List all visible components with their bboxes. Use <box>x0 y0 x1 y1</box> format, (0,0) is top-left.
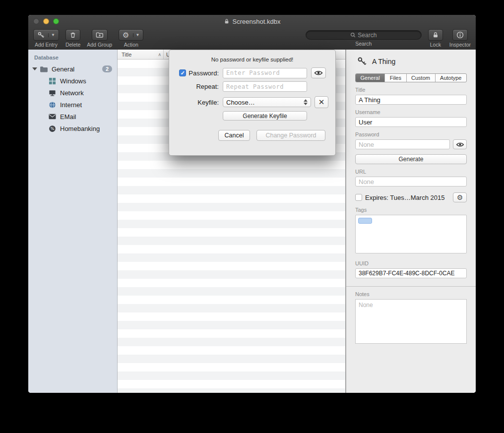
keyfile-dropdown[interactable]: Choose… <box>223 97 311 107</box>
action-button[interactable]: ⚙ ▼ <box>119 29 143 41</box>
expires-checkbox[interactable] <box>355 194 362 201</box>
tag-token[interactable] <box>358 218 372 224</box>
enter-password-field[interactable] <box>223 68 307 78</box>
keyfile-label-group: Keyfile: <box>169 99 219 106</box>
toolbar-item-action: ⚙ ▼ Action <box>119 29 143 48</box>
sidebar-item-label: Internet <box>60 101 82 109</box>
sidebar-item-email[interactable]: EMail <box>28 111 117 123</box>
generate-keyfile-button[interactable]: Generate Keyfile <box>223 111 307 121</box>
entry-title: A Thing <box>372 58 395 65</box>
expires-row: Expires: Tues…March 2015 ⚙ <box>355 192 467 202</box>
sidebar: Database General 2 Windows <box>28 50 118 393</box>
password-field-label: Password <box>355 131 467 137</box>
disclosure-triangle-icon[interactable] <box>32 67 37 70</box>
trash-icon <box>69 31 76 39</box>
window-chrome: Screenshot.kdbx ▼ Add Entry <box>28 15 476 50</box>
eye-icon <box>314 70 323 76</box>
add-entry-dropdown[interactable]: ▼ <box>48 33 55 37</box>
show-password-button[interactable] <box>453 139 467 149</box>
toolbar-right-group: Search Search Lock Inspec <box>306 29 471 48</box>
close-icon: ✕ <box>318 98 325 107</box>
inspector-panel: A Thing General Files Custom Autotype Ti… <box>346 50 476 393</box>
password-label-group: ✓ Password: <box>169 69 219 77</box>
lock-icon <box>432 31 439 39</box>
add-group-label: Add Group <box>87 42 112 48</box>
tab-general[interactable]: General <box>356 74 385 82</box>
notes-field[interactable] <box>355 299 467 344</box>
sidebar-item-label: Windows <box>60 77 86 85</box>
toolbar-item-search: Search Search <box>306 29 422 48</box>
sidebar-header: Database <box>28 53 117 63</box>
repeat-label: Repeat: <box>196 83 219 90</box>
key-icon <box>357 57 367 66</box>
add-entry-label: Add Entry <box>35 42 58 48</box>
keyfile-label: Keyfile: <box>197 99 219 106</box>
lock-label: Lock <box>430 42 441 48</box>
dialog-password-row: ✓ Password: <box>169 67 335 78</box>
titlebar[interactable]: Screenshot.kdbx <box>28 15 476 28</box>
title-field-label: Title <box>355 87 467 93</box>
sidebar-item-label: General <box>52 65 74 73</box>
action-dropdown[interactable]: ▼ <box>133 33 140 37</box>
sidebar-item-label: EMail <box>60 113 76 121</box>
key-icon <box>37 31 45 39</box>
sidebar-item-internet[interactable]: Internet <box>28 99 117 111</box>
sidebar-item-label: Network <box>60 89 84 97</box>
search-input[interactable]: Search <box>306 30 422 40</box>
url-field[interactable] <box>355 177 467 186</box>
svg-text:%: % <box>51 126 55 131</box>
tags-box[interactable] <box>355 215 467 253</box>
lock-button[interactable] <box>428 29 443 41</box>
search-placeholder: Search <box>358 32 377 39</box>
show-password-button[interactable] <box>311 67 326 78</box>
sidebar-item-homebanking[interactable]: % Homebanking <box>28 123 117 134</box>
expires-label: Expires: Tues…March 2015 <box>365 194 450 201</box>
percent-coin-icon: % <box>48 124 57 133</box>
tab-files[interactable]: Files <box>385 74 406 82</box>
password-label: Password: <box>189 69 219 77</box>
expires-settings-button[interactable]: ⚙ <box>453 192 467 202</box>
keyfile-selected-value: Choose… <box>226 99 255 106</box>
add-entry-button[interactable]: ▼ <box>33 29 59 41</box>
dialog-message: No password or keyfile supplied! <box>169 57 335 62</box>
search-icon <box>350 32 356 38</box>
sidebar-item-label: Homebanking <box>60 125 100 132</box>
cancel-button[interactable]: Cancel <box>218 130 250 141</box>
toolbar-left-group: ▼ Add Entry Delete Add Gr <box>33 29 143 48</box>
tab-autotype[interactable]: Autotype <box>436 74 467 82</box>
globe-icon <box>48 101 57 109</box>
toolbar-item-inspector: Inspector <box>449 29 471 48</box>
window-title: Screenshot.kdbx <box>233 18 281 25</box>
uuid-label: UUID <box>355 260 467 266</box>
clear-keyfile-button[interactable]: ✕ <box>315 96 328 108</box>
dialog-repeat-row: Repeat: <box>169 81 335 92</box>
sidebar-item-windows[interactable]: Windows <box>28 75 117 87</box>
password-row <box>355 139 467 149</box>
gear-icon: ⚙ <box>123 31 129 39</box>
toolbar-item-lock: Lock <box>428 29 443 48</box>
password-field[interactable] <box>355 139 450 149</box>
windows-icon <box>48 77 57 85</box>
folder-icon <box>40 65 48 73</box>
title-field[interactable] <box>355 95 467 105</box>
url-field-label: URL <box>355 169 467 175</box>
tab-custom[interactable]: Custom <box>407 74 436 82</box>
inspector-button[interactable] <box>452 29 468 41</box>
username-field[interactable] <box>355 117 467 127</box>
password-enabled-checkbox[interactable]: ✓ <box>179 69 186 76</box>
uuid-field[interactable] <box>355 268 467 278</box>
add-group-button[interactable] <box>92 29 108 41</box>
sidebar-item-general[interactable]: General 2 <box>28 63 117 75</box>
dialog-keyfile-row: Keyfile: Choose… ✕ <box>169 96 335 108</box>
eye-icon <box>456 142 464 147</box>
delete-button[interactable] <box>65 29 80 41</box>
sort-ascending-icon: ∧ <box>158 52 161 57</box>
column-header-title[interactable]: Title ∧ <box>118 50 164 59</box>
folder-plus-icon <box>96 31 104 39</box>
repeat-password-field[interactable] <box>223 81 307 92</box>
tags-label: Tags <box>355 207 467 213</box>
change-password-button[interactable]: Change Password <box>256 130 325 141</box>
action-label: Action <box>124 42 138 48</box>
generate-password-button[interactable]: Generate <box>355 154 467 164</box>
sidebar-item-network[interactable]: Network <box>28 87 117 99</box>
